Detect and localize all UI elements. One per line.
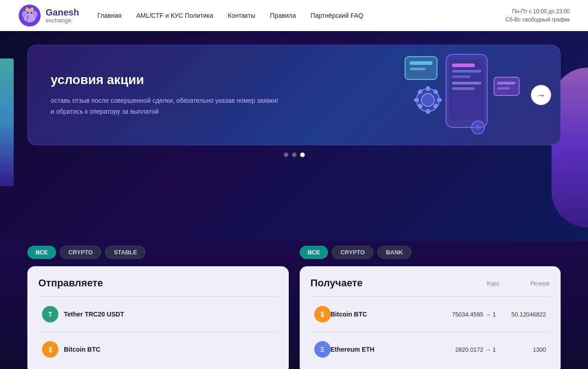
receive-column: ВСЕ CRYPTO BANK Получаете Курс Резерв ₿ … — [300, 246, 561, 369]
carousel-dots — [27, 153, 561, 157]
col-reserve-label: Резерв — [500, 280, 550, 287]
carousel-desc-line2: и обратись к оператору за выплатой — [51, 106, 537, 117]
receive-panel: Получаете Курс Резерв ₿ Bitcoin BTC 7503… — [300, 266, 561, 369]
carousel-desc-line1: оставь отзыв после совершенной сделки, о… — [51, 95, 537, 106]
exchange-section: ВСЕ CRYPTO STABLE Отправляете T Tether T… — [0, 241, 588, 369]
svg-point-3 — [22, 11, 26, 17]
bitcoin-rate: 75034.4595 → 1 — [432, 311, 496, 318]
send-filter-tabs: ВСЕ CRYPTO STABLE — [27, 246, 289, 259]
carousel-title: условия акции — [51, 73, 537, 87]
hours-weekend: Сб-Вс свободный график — [505, 16, 570, 24]
main-nav: Главная AML/CTF и КУС Политика Контакты … — [97, 12, 505, 19]
exchange-row: ВСЕ CRYPTO STABLE Отправляете T Tether T… — [27, 246, 561, 369]
svg-rect-10 — [452, 70, 481, 73]
receive-panel-title: Получаете — [311, 277, 436, 289]
tether-name: Tether TRC20 USDT — [64, 311, 124, 318]
svg-rect-27 — [410, 61, 432, 65]
carousel-content: условия акции оставь отзыв после соверше… — [51, 73, 537, 117]
deco-left — [0, 58, 14, 186]
receive-currency-ethereum[interactable]: Ξ Ethereum ETH 2820.0172 → 1 1300 — [311, 336, 550, 363]
bitcoin-send-name: Bitcoin BTC — [64, 346, 100, 353]
receive-header: Получаете Курс Резерв — [311, 277, 550, 289]
send-panel-title: Отправляете — [38, 277, 278, 289]
ethereum-receive-name: Ethereum ETH — [331, 346, 432, 353]
ethereum-rate: 2820.0172 → 1 — [432, 346, 496, 353]
carousel-dot-1[interactable] — [284, 153, 288, 157]
carousel-dot-2[interactable] — [292, 153, 297, 157]
carousel-next-button[interactable]: → — [531, 85, 551, 105]
svg-rect-28 — [410, 68, 426, 70]
col-rate-label: Курс — [436, 280, 500, 287]
svg-point-25 — [475, 124, 481, 131]
svg-point-5 — [27, 12, 29, 14]
send-divider — [38, 296, 278, 297]
send-tab-crypto[interactable]: CRYPTO — [60, 246, 101, 259]
send-tab-stable[interactable]: STABLE — [105, 246, 146, 259]
bitcoin-receive-name: Bitcoin BTC — [331, 311, 432, 318]
receive-tab-crypto[interactable]: CRYPTO — [332, 246, 373, 259]
send-currency-tether[interactable]: T Tether TRC20 USDT — [38, 300, 278, 328]
logo-sub: exchange — [46, 17, 79, 24]
carousel-desc: оставь отзыв после совершенной сделки, о… — [51, 95, 537, 117]
bitcoin-reserve: 50.12046822 — [496, 311, 546, 318]
send-currency-bitcoin[interactable]: ₿ Bitcoin BTC — [38, 336, 278, 363]
ganesh-logo-icon — [18, 4, 41, 27]
nav-aml[interactable]: AML/CTF и КУС Политика — [136, 12, 213, 19]
receive-tab-all[interactable]: ВСЕ — [300, 246, 328, 259]
bitcoin-send-icon: ₿ — [42, 341, 58, 358]
receive-tab-bank[interactable]: BANK — [377, 246, 412, 259]
tether-icon: T — [42, 306, 58, 322]
send-divider-2 — [38, 332, 278, 332]
receive-currency-bitcoin[interactable]: ₿ Bitcoin BTC 75034.4595 → 1 50.12046822 — [311, 300, 550, 328]
nav-home[interactable]: Главная — [97, 12, 121, 19]
receive-divider — [311, 296, 550, 297]
hours-weekday: Пн-Пт с 10:00 до 23:00 — [505, 7, 570, 16]
nav-faq[interactable]: Партнёрский FAQ — [311, 12, 364, 19]
logo[interactable]: Ganesh exchange — [18, 4, 79, 27]
receive-filter-tabs: ВСЕ CRYPTO BANK — [300, 246, 561, 259]
ethereum-receive-icon: Ξ — [314, 341, 331, 358]
svg-point-4 — [33, 11, 37, 17]
send-tab-all[interactable]: ВСЕ — [27, 246, 56, 259]
svg-point-6 — [31, 12, 32, 14]
header: Ganesh exchange Главная AML/CTF и КУС По… — [0, 0, 588, 31]
nav-contacts[interactable]: Контакты — [228, 12, 255, 19]
carousel-card: условия акции оставь отзыв после соверше… — [27, 45, 561, 145]
svg-rect-9 — [452, 63, 475, 67]
nav-rules[interactable]: Правила — [270, 12, 296, 19]
receive-divider-2 — [311, 332, 550, 332]
send-panel: Отправляете T Tether TRC20 USDT ₿ Bitcoi… — [27, 266, 289, 369]
hero-section: условия акции оставь отзыв после соверше… — [0, 31, 588, 241]
ethereum-reserve: 1300 — [496, 346, 546, 353]
send-column: ВСЕ CRYPTO STABLE Отправляете T Tether T… — [27, 246, 289, 369]
header-hours: Пн-Пт с 10:00 до 23:00 Сб-Вс свободный г… — [505, 7, 570, 24]
logo-text: Ganesh exchange — [46, 7, 79, 24]
logo-brand: Ganesh — [46, 7, 79, 17]
bitcoin-receive-icon: ₿ — [314, 306, 331, 322]
carousel-dot-3[interactable] — [300, 153, 305, 157]
